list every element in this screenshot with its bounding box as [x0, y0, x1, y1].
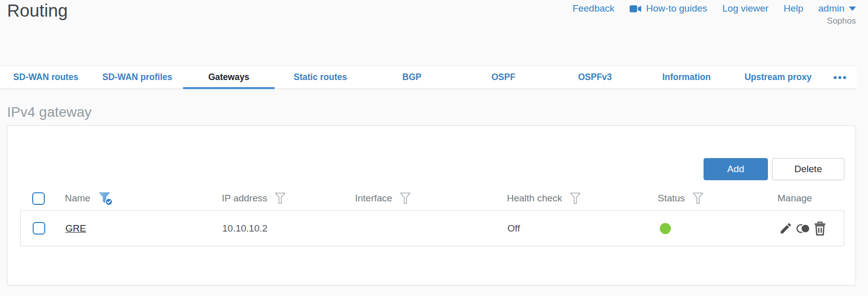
tab-ospfv3[interactable]: OSPFv3: [549, 66, 641, 89]
tab-bgp[interactable]: BGP: [366, 66, 458, 89]
status-filter-funnel-icon[interactable]: [692, 192, 704, 205]
interface-filter-funnel-icon[interactable]: [399, 192, 411, 205]
delete-button[interactable]: Delete: [772, 158, 844, 180]
video-camera-icon: [630, 5, 642, 13]
add-button[interactable]: Add: [704, 158, 768, 180]
table-header: Name IP address: [20, 186, 844, 210]
name-filter-funnel-check-icon[interactable]: [98, 191, 113, 206]
caret-down-icon: [849, 7, 856, 11]
tab-information[interactable]: Information: [641, 66, 732, 89]
tab-ospf[interactable]: OSPF: [458, 66, 549, 89]
column-header-ip-address: IP address: [222, 193, 267, 204]
user-menu-label: admin: [818, 3, 844, 14]
routing-tabbar: SD-WAN routes SD-WAN profiles Gateways S…: [0, 65, 857, 89]
status-up-indicator: [660, 223, 671, 234]
help-label: Help: [784, 3, 803, 14]
column-header-name: Name: [65, 193, 91, 204]
clone-overlapping-circles-icon[interactable]: [796, 222, 811, 235]
tab-gateways[interactable]: Gateways: [183, 66, 275, 89]
tab-sd-wan-profiles[interactable]: SD-WAN profiles: [92, 66, 183, 89]
column-header-status: Status: [658, 193, 685, 204]
gateway-name-link[interactable]: GRE: [65, 223, 86, 234]
table-toolbar: Add Delete: [8, 126, 855, 180]
feedback-link[interactable]: Feedback: [572, 3, 614, 14]
user-menu[interactable]: admin: [818, 3, 856, 14]
section-title: IPv4 gateway: [7, 104, 868, 121]
tab-overflow-ellipsis-icon[interactable]: •••: [824, 66, 857, 89]
select-all-checkbox[interactable]: [32, 192, 45, 205]
tab-static-routes[interactable]: Static routes: [275, 66, 366, 89]
help-link[interactable]: Help: [784, 3, 803, 14]
gateway-health-value: Off: [507, 223, 658, 234]
tab-upstream-proxy[interactable]: Upstream proxy: [732, 66, 824, 89]
table-row: GRE 10.10.10.2 Off: [21, 211, 844, 246]
howto-guides-link[interactable]: How-to guides: [630, 3, 707, 14]
column-header-manage: Manage: [777, 193, 812, 204]
column-header-interface: Interface: [355, 193, 392, 204]
table-body: GRE 10.10.10.2 Off: [20, 210, 844, 246]
gateway-table-card: Add Delete Name: [7, 125, 856, 285]
ip-filter-funnel-icon[interactable]: [274, 192, 286, 205]
tab-sd-wan-routes[interactable]: SD-WAN routes: [0, 66, 92, 89]
page-header: Routing Feedback How-to guides Log viewe…: [0, 0, 868, 65]
howto-guides-label: How-to guides: [646, 3, 707, 14]
top-nav: Feedback How-to guides Log viewer Help a…: [572, 3, 856, 14]
row-manage-actions: [778, 221, 844, 236]
delete-trash-icon[interactable]: [814, 221, 826, 236]
row-checkbox[interactable]: [33, 222, 45, 235]
column-header-health-check: Health check: [507, 193, 562, 204]
health-filter-funnel-icon[interactable]: [569, 192, 581, 205]
page-title: Routing: [7, 0, 68, 23]
feedback-link-label: Feedback: [572, 3, 614, 14]
log-viewer-label: Log viewer: [722, 3, 768, 14]
brand-label: Sophos: [827, 16, 856, 26]
edit-pencil-icon[interactable]: [779, 221, 793, 235]
log-viewer-link[interactable]: Log viewer: [722, 3, 768, 14]
gateway-ip-value: 10.10.10.2: [222, 223, 356, 234]
